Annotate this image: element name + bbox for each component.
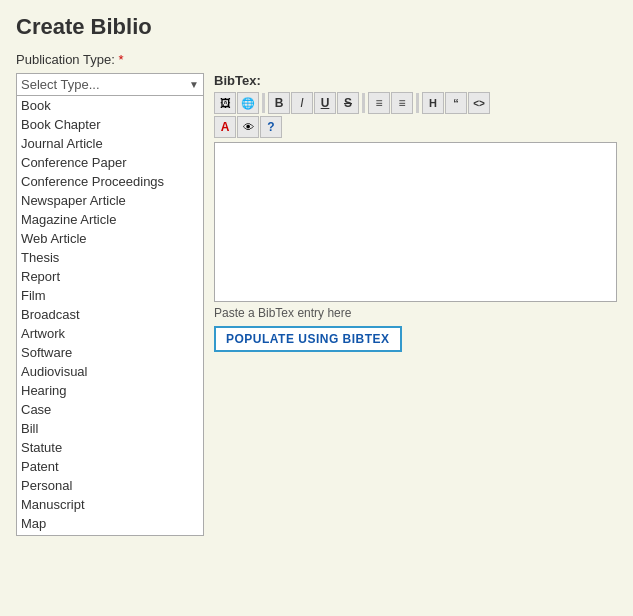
list-item[interactable]: Chart (17, 533, 203, 536)
main-row: Select Type... ▼ BookBook ChapterJournal… (16, 73, 617, 536)
list-item[interactable]: Conference Paper (17, 153, 203, 172)
list-item[interactable]: Map (17, 514, 203, 533)
publication-type-listbox[interactable]: BookBook ChapterJournal ArticleConferenc… (16, 96, 204, 536)
preview-button[interactable]: 👁 (237, 116, 259, 138)
list-item[interactable]: Newspaper Article (17, 191, 203, 210)
list-item[interactable]: Magazine Article (17, 210, 203, 229)
list-item[interactable]: Statute (17, 438, 203, 457)
list-item[interactable]: Artwork (17, 324, 203, 343)
left-col: Select Type... ▼ BookBook ChapterJournal… (16, 73, 204, 536)
list-item[interactable]: Broadcast (17, 305, 203, 324)
text-color-button[interactable]: A (214, 116, 236, 138)
list-item[interactable]: Book Chapter (17, 115, 203, 134)
bibtex-textarea[interactable] (214, 142, 617, 302)
page-title: Create Biblio (16, 14, 617, 40)
list-item[interactable]: Bill (17, 419, 203, 438)
separator-icon (262, 93, 265, 113)
populate-bibtex-button[interactable]: POPULATE USING BIBTEX (214, 326, 402, 352)
list-item[interactable]: Audiovisual (17, 362, 203, 381)
ordered-list-button[interactable]: ≡ (391, 92, 413, 114)
unordered-list-button[interactable]: ≡ (368, 92, 390, 114)
list-item[interactable]: Book (17, 96, 203, 115)
list-item[interactable]: Conference Proceedings (17, 172, 203, 191)
help-button[interactable]: ? (260, 116, 282, 138)
list-item[interactable]: Journal Article (17, 134, 203, 153)
bibtex-toolbar: 🖼 🌐 B I U S ≡ ≡ H “ <> A 👁 (214, 92, 617, 138)
list-item[interactable]: Patent (17, 457, 203, 476)
bibtex-label: BibTex: (214, 73, 617, 88)
heading-button[interactable]: H (422, 92, 444, 114)
pub-type-label: Publication Type: * (16, 52, 617, 67)
list-item[interactable]: Hearing (17, 381, 203, 400)
italic-button[interactable]: I (291, 92, 313, 114)
list-item[interactable]: Case (17, 400, 203, 419)
required-marker: * (118, 52, 123, 67)
image-icon[interactable]: 🖼 (214, 92, 236, 114)
list-item[interactable]: Web Article (17, 229, 203, 248)
bold-button[interactable]: B (268, 92, 290, 114)
underline-button[interactable]: U (314, 92, 336, 114)
right-col: BibTex: 🖼 🌐 B I U S ≡ ≡ H “ <> (214, 73, 617, 352)
strikethrough-button[interactable]: S (337, 92, 359, 114)
list-item[interactable]: Personal (17, 476, 203, 495)
dropdown-placeholder: Select Type... (21, 77, 100, 92)
dropdown-arrow-icon: ▼ (189, 79, 199, 90)
link-icon[interactable]: 🌐 (237, 92, 259, 114)
list-item[interactable]: Thesis (17, 248, 203, 267)
list-item[interactable]: Manuscript (17, 495, 203, 514)
separator3-icon (416, 93, 419, 113)
page-container: Create Biblio Publication Type: * Select… (0, 0, 633, 616)
list-item[interactable]: Film (17, 286, 203, 305)
list-item[interactable]: Software (17, 343, 203, 362)
list-item[interactable]: Report (17, 267, 203, 286)
toolbar-row-1: 🖼 🌐 B I U S ≡ ≡ H “ <> (214, 92, 617, 114)
quote-button[interactable]: “ (445, 92, 467, 114)
code-button[interactable]: <> (468, 92, 490, 114)
separator2-icon (362, 93, 365, 113)
select-type-dropdown[interactable]: Select Type... ▼ (16, 73, 204, 96)
toolbar-row-2: A 👁 ? (214, 116, 617, 138)
paste-hint: Paste a BibTex entry here (214, 306, 617, 320)
